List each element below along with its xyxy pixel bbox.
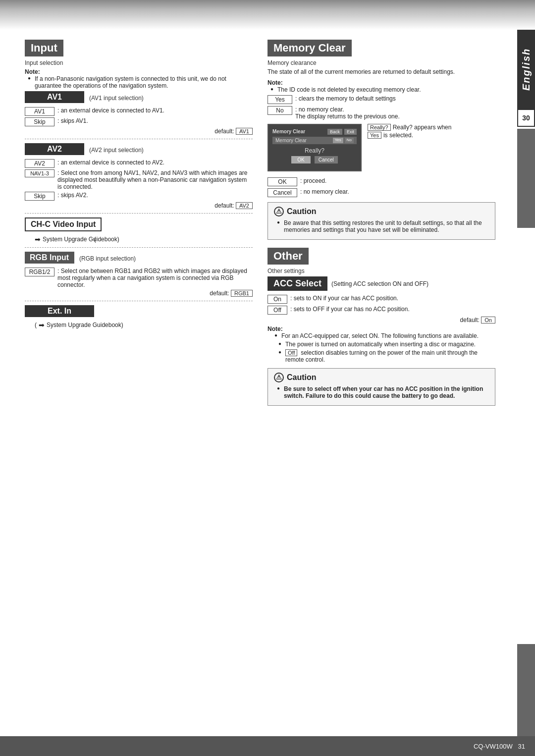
screen-top-bar: Memory Clear Back Exit [272, 129, 357, 135]
av2-desc-2: : Select one from among NAV1, NAV2, and … [57, 169, 253, 190]
av2-header: AV2 [25, 143, 84, 155]
screen-yes-option: Yes [333, 138, 343, 143]
input-note-label: Note: [25, 68, 253, 75]
screen-cancel-btn: Cancel [315, 156, 338, 163]
other-caution-text: Be sure to select off when your car has … [274, 385, 489, 399]
rgb-header: RGB Input [25, 252, 74, 264]
input-section-title: Input [25, 40, 63, 56]
av1-row-2: Skip : skips AV1. [25, 117, 253, 126]
screen-menu-item: Memory Clear Yes No [272, 137, 357, 144]
other-caution-label: Caution [287, 373, 317, 382]
memory-caution-title: ⚠ Caution [274, 207, 489, 216]
memory-clear-title: Memory Clear [268, 40, 352, 56]
chc-sys-upgrade: ➡ System Upgrade Guidebook) ( [35, 235, 253, 243]
av1-header-desc: (AV1 input selection) [89, 95, 144, 102]
caution-icon-2: ⚠ [274, 373, 284, 382]
extin-block: Ext. In ( ➡ System Upgrade Guidebook) [25, 305, 253, 329]
screen-title-label: Memory Clear [272, 129, 305, 135]
av2-block: AV2 (AV2 input selection) AV2 : an exter… [25, 143, 253, 209]
other-note-label: Note: [268, 325, 495, 332]
rgb-header-desc: (RGB input selection) [79, 255, 136, 262]
extin-sys-upgrade: ( ➡ System Upgrade Guidebook) [35, 321, 253, 329]
av1-default-val: AV1 [236, 128, 253, 135]
acc-default: default: On [268, 317, 495, 324]
divider-1 [25, 139, 253, 139]
divider-3 [25, 247, 253, 248]
memory-note-text: The ID code is not deleted by executing … [268, 86, 495, 93]
acc-on-label: On [268, 295, 287, 304]
acc-on-desc: : sets to ON if your car has ACC positio… [290, 295, 495, 302]
memory-caution-box: ⚠ Caution Be aware that this setting res… [268, 202, 495, 240]
caution-icon-1: ⚠ [274, 207, 284, 216]
av2-default-label: default: [214, 202, 234, 209]
ok-desc: : proceed. [300, 177, 495, 184]
really-box: Really? [368, 124, 391, 131]
screen-really-label: Really? OK Cancel [272, 147, 357, 163]
memory-yes-desc: : clears the memory to default settings [295, 95, 495, 102]
screen-menu-btns: Yes No [333, 138, 354, 143]
screen-really-text: Really? [272, 147, 357, 154]
av1-header: AV1 [25, 91, 84, 103]
av2-row-3: Skip : skips AV2. [25, 192, 253, 201]
yes-selected-text: is selected. [383, 132, 413, 139]
divider-4 [25, 301, 253, 301]
other-caution-box: ⚠ Caution Be sure to select off when you… [268, 368, 495, 406]
memory-screen: Memory Clear Back Exit Memory Clear Yes … [268, 124, 362, 171]
screen-ok-cancel: OK Cancel [272, 156, 357, 163]
memory-no-label: No [268, 106, 292, 115]
cancel-desc: : no memory clear. [300, 188, 495, 195]
other-note-bullet-2: The power is turned on automatically whe… [268, 341, 495, 348]
extin-header: Ext. In [25, 305, 94, 317]
screen-no-option: No [345, 138, 354, 143]
yes-box: Yes [368, 132, 381, 139]
main-content: Input Input selection Note: If a non-Pan… [0, 30, 535, 440]
rgb-default: default: RGB1 [25, 290, 253, 297]
bottom-model: CQ-VW100W [474, 743, 513, 750]
really-annotation: Really? Really? appears when Yes is sele… [368, 124, 495, 139]
memory-yes-row: Yes : clears the memory to default setti… [268, 95, 495, 104]
rgb-row-1: RGB1/2 : Select one between RGB1 and RGB… [25, 268, 253, 288]
acc-default-val: On [481, 317, 495, 324]
chc-header: CH-C Video Input [25, 217, 102, 231]
acc-select-header: ACC Select [268, 276, 327, 291]
av2-header-desc: (AV2 input selection) [89, 147, 144, 154]
chc-block: CH-C Video Input ➡ System Upgrade Guideb… [25, 217, 253, 243]
memory-no-row: No : no memory clear.The display returns… [268, 106, 495, 120]
acc-on-row: On : sets to ON if your car has ACC posi… [268, 295, 495, 304]
chc-sys-upgrade-text: System Upgrade Guidebook) [43, 236, 119, 243]
screen-exit-btn: Exit [344, 129, 357, 135]
language-tab: English [517, 30, 535, 109]
rgb-default-label: default: [210, 290, 229, 297]
ok-row: OK : proceed. [268, 177, 495, 186]
rgb-block: RGB Input (RGB input selection) RGB1/2 :… [25, 252, 253, 297]
memory-no-desc: : no memory clear.The display returns to… [295, 106, 495, 120]
other-title: Other [268, 248, 309, 265]
memory-caution-text: Be aware that this setting restores the … [274, 219, 489, 233]
av1-default-label: default: [214, 128, 234, 135]
divider-2 [25, 213, 253, 214]
other-caution-content: Be sure to select off when your car has … [284, 385, 483, 399]
av1-block: AV1 (AV1 input selection) AV1 : an exter… [25, 91, 253, 135]
extin-sys-upgrade-text: System Upgrade Guidebook) [47, 322, 123, 328]
right-accent-bottom [517, 644, 535, 738]
acc-off-label: Off [268, 306, 287, 315]
memory-caution-label: Caution [287, 207, 317, 216]
av2-row-1: AV2 : an external device is connected to… [25, 159, 253, 168]
av2-row-2: NAV1-3 : Select one from among NAV1, NAV… [25, 169, 253, 190]
av1-desc-1: : an external device is connected to AV1… [57, 107, 253, 114]
memory-clear-description: The state of all of the current memories… [268, 68, 495, 75]
chc-open-paren: ( [94, 236, 96, 243]
memory-screen-area: Memory Clear Back Exit Memory Clear Yes … [268, 124, 495, 171]
cancel-label: Cancel [268, 188, 297, 197]
screen-ok-btn: OK [291, 156, 310, 163]
top-decorative-bar [0, 0, 535, 30]
ok-label: OK [268, 177, 297, 186]
acc-off-desc: : sets to OFF if your car has no ACC pos… [290, 306, 495, 313]
bottom-bar: CQ-VW100W 31 [0, 736, 535, 756]
acc-select-desc: (Setting ACC selection ON and OFF) [331, 280, 428, 287]
av1-desc-2: : skips AV1. [57, 117, 253, 124]
av2-default: default: AV2 [25, 202, 253, 209]
yes-selected-line: Yes is selected. [368, 132, 495, 139]
page-number-box: 30 [517, 109, 535, 127]
memory-yes-label: Yes [268, 95, 292, 104]
